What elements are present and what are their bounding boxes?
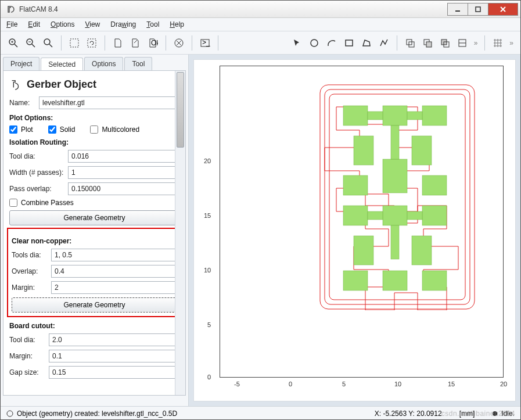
pass-overlap-input[interactable]	[68, 182, 179, 195]
tool-dia-input[interactable]	[68, 150, 179, 163]
margin-input[interactable]	[51, 281, 177, 294]
svg-rect-22	[346, 40, 353, 46]
svg-rect-46	[422, 175, 447, 195]
delete-icon[interactable]	[171, 35, 187, 51]
svg-rect-56	[368, 112, 383, 120]
shell-icon[interactable]: >_	[197, 35, 213, 51]
svg-text:Ok: Ok	[151, 39, 158, 47]
select-icon[interactable]	[289, 35, 305, 51]
new-geometry-icon[interactable]	[110, 35, 126, 51]
tab-selected[interactable]: Selected	[41, 58, 83, 71]
svg-rect-42	[422, 106, 447, 125]
bc-gap-input[interactable]	[49, 366, 179, 379]
svg-point-62	[7, 411, 13, 417]
svg-point-21	[311, 40, 318, 46]
tab-options[interactable]: Options	[84, 57, 123, 70]
bc-tool-dia-label: Tool dia:	[9, 336, 45, 344]
svg-rect-55	[422, 271, 447, 290]
clear-non-copper-section: Clear non-copper: Tools dia: Overlap: Ma…	[7, 228, 182, 317]
board-cutout-header: Board cutout:	[9, 322, 179, 330]
margin-label: Margin:	[12, 283, 48, 292]
zoom-fit-icon[interactable]	[40, 35, 56, 51]
svg-rect-40	[343, 106, 368, 125]
intersection-icon[interactable]	[419, 35, 436, 51]
generate-geometry-button[interactable]: Generate Geometry	[9, 210, 179, 225]
menu-help[interactable]: Help	[170, 20, 184, 28]
edit-geometry-icon[interactable]	[127, 35, 143, 51]
plot-checkbox[interactable]	[9, 125, 17, 134]
svg-rect-53	[343, 271, 368, 290]
zoom-out-icon[interactable]	[23, 35, 39, 51]
polygon-icon[interactable]	[358, 35, 375, 51]
maximize-button[interactable]	[468, 3, 488, 16]
svg-rect-50	[422, 206, 447, 225]
arc-icon[interactable]	[324, 35, 340, 51]
multicolored-checkbox[interactable]	[90, 125, 98, 134]
name-input[interactable]	[39, 96, 179, 109]
status-message: Object (geometry) created: levelshifter.…	[17, 410, 177, 418]
close-button[interactable]	[488, 3, 518, 16]
svg-rect-49	[383, 206, 407, 225]
svg-rect-60	[391, 125, 399, 159]
overlap-input[interactable]	[51, 265, 177, 278]
svg-rect-58	[368, 211, 383, 220]
menubar: File Edit Options View Drawing Tool Help	[1, 18, 520, 31]
toolbar-more-icon[interactable]: »	[474, 39, 478, 47]
svg-line-9	[32, 44, 35, 47]
tab-tool[interactable]: Tool	[124, 57, 152, 70]
panel-scrollbar[interactable]	[175, 71, 185, 395]
clear-header: Clear non-copper:	[12, 237, 177, 245]
svg-rect-57	[407, 112, 422, 120]
union-icon[interactable]	[402, 35, 418, 51]
svg-rect-1	[476, 7, 480, 12]
svg-rect-44	[412, 136, 432, 165]
svg-rect-41	[383, 106, 407, 125]
generate-geometry-ncc-button[interactable]: Generate Geometry	[12, 297, 177, 313]
svg-rect-59	[407, 211, 422, 220]
path-icon[interactable]	[376, 35, 392, 51]
status-coords: X: -5.2563 Y: 20.0912	[375, 410, 442, 418]
svg-point-11	[44, 39, 50, 45]
watermark: csdn.net/libaineu2004	[441, 410, 515, 418]
window-title: FlatCAM 8.4	[19, 5, 448, 13]
isolation-header: Isolation Routing:	[9, 138, 179, 146]
combine-passes-checkbox[interactable]	[9, 199, 17, 207]
grid-icon[interactable]	[490, 35, 506, 51]
width-input[interactable]	[68, 166, 179, 179]
rect-icon[interactable]	[341, 35, 357, 51]
tool-dia-label: Tool dia:	[9, 152, 64, 160]
tab-project[interactable]: Project	[3, 57, 39, 70]
svg-rect-14	[88, 39, 96, 47]
zoom-in-icon[interactable]	[5, 35, 21, 51]
menu-options[interactable]: Options	[51, 20, 74, 28]
toolbar-more2-icon[interactable]: »	[509, 39, 513, 47]
menu-drawing[interactable]: Drawing	[110, 20, 136, 28]
svg-rect-45	[343, 175, 368, 195]
circle-icon[interactable]	[306, 35, 322, 51]
bc-tool-dia-input[interactable]	[49, 333, 179, 346]
replot-icon[interactable]	[84, 35, 100, 51]
subtract-icon[interactable]	[437, 35, 453, 51]
menu-tool[interactable]: Tool	[146, 20, 159, 28]
toolbar: Ok >_ » »	[1, 31, 520, 55]
plot-canvas[interactable]: 0 5 10 15 20 -5 0 5 10 15 20	[193, 59, 516, 401]
svg-line-12	[49, 44, 52, 47]
menu-file[interactable]: File	[6, 20, 17, 28]
status-circle-icon	[6, 410, 13, 417]
cut-path-icon[interactable]	[454, 35, 470, 51]
minimize-button[interactable]	[447, 3, 468, 16]
save-geometry-icon[interactable]: Ok	[145, 35, 161, 51]
svg-rect-13	[70, 39, 78, 47]
solid-checkbox[interactable]	[48, 125, 56, 134]
svg-rect-51	[354, 236, 373, 265]
bc-margin-input[interactable]	[49, 350, 179, 362]
overlap-label: Overlap:	[12, 267, 48, 275]
menu-view[interactable]: View	[85, 20, 100, 28]
titlebar: FlatCAM 8.4	[1, 1, 520, 18]
svg-line-5	[15, 44, 17, 47]
tools-dia-label: Tools dia:	[12, 251, 48, 259]
clear-plot-icon[interactable]	[66, 35, 82, 51]
name-label: Name:	[9, 99, 35, 107]
menu-edit[interactable]: Edit	[28, 20, 40, 28]
tools-dia-input[interactable]	[51, 249, 177, 261]
